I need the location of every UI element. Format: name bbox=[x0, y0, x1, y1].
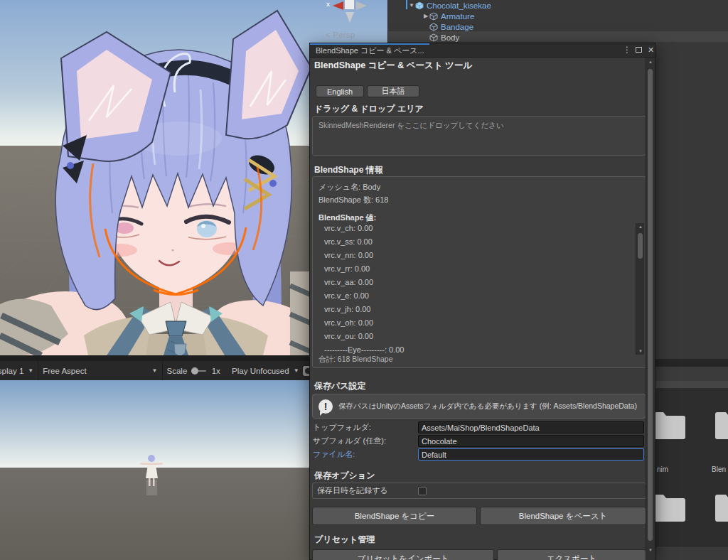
drop-hint-text: SkinnedMeshRenderer をここにドロップしてください bbox=[318, 121, 504, 131]
hierarchy-item-label: Armature bbox=[441, 12, 474, 21]
window-scrollbar[interactable]: ▲ ▼ bbox=[646, 58, 655, 560]
file-name-row: ファイル名: bbox=[313, 448, 644, 461]
display-dropdown[interactable]: Display 1 bbox=[0, 367, 23, 375]
lang-japanese-button[interactable]: 日本語 bbox=[367, 85, 419, 97]
copy-blendshape-button[interactable]: BlendShape をコピー bbox=[312, 507, 477, 525]
folder-label: Blen bbox=[712, 465, 726, 473]
blendshape-tool-window: BlendShape コピー & ペース... ⋮ ✕ BlendShape コ… bbox=[309, 43, 655, 560]
gizmo-cone-right[interactable] bbox=[356, 1, 367, 10]
scroll-up-icon[interactable]: ▲ bbox=[636, 225, 645, 229]
top-folder-row: トップフォルダ: bbox=[313, 421, 644, 434]
play-mode-dropdown[interactable]: Play Unfocused bbox=[232, 367, 289, 375]
aspect-dropdown[interactable]: Free Aspect bbox=[43, 367, 86, 375]
warning-text: 保存パスはUnityのAssetsフォルダ内である必要があります (例: Ass… bbox=[338, 402, 637, 411]
game-view[interactable] bbox=[0, 380, 313, 560]
project-footer-bar bbox=[655, 546, 728, 560]
hierarchy-item-body[interactable]: Body bbox=[388, 32, 728, 43]
export-preset-button[interactable]: エクスポート bbox=[497, 549, 646, 560]
top-folder-input[interactable] bbox=[418, 421, 644, 434]
save-options-section-header: 保存オプション bbox=[314, 470, 375, 482]
scale-label: Scale bbox=[167, 367, 188, 375]
hierarchy-item-label: Bandage bbox=[441, 23, 473, 31]
game-view-toolbar: Display 1 ▼ Free Aspect ▼ Scale 1x Play … bbox=[0, 359, 313, 382]
blendshape-value-row: vrc.v_ou: 0.00 bbox=[324, 330, 630, 343]
maximize-icon[interactable] bbox=[636, 47, 642, 53]
gizmo-cone-down[interactable] bbox=[346, 12, 354, 23]
window-tab-title[interactable]: BlendShape コピー & ペース... bbox=[316, 45, 424, 56]
blendshape-value-row: vrc.v_jh: 0.00 bbox=[324, 303, 630, 316]
hierarchy-item-chocolat-kisekae[interactable]: ▼ Chocolat_kisekae bbox=[388, 0, 728, 11]
blendshape-value-row: vrc.v_ss: 0.00 bbox=[324, 235, 630, 249]
scroll-down-icon[interactable]: ▼ bbox=[636, 349, 645, 353]
file-name-input[interactable] bbox=[418, 448, 644, 461]
blendshape-value-row: vrc.v_oh: 0.00 bbox=[324, 316, 630, 330]
prefab-icon bbox=[415, 1, 424, 10]
hierarchy-item-armature[interactable]: ▶ Armature bbox=[388, 11, 728, 21]
scale-slider[interactable] bbox=[194, 370, 205, 372]
close-icon[interactable]: ✕ bbox=[648, 45, 654, 55]
active-tab-accent bbox=[310, 43, 429, 45]
project-panel: nim Blen bbox=[655, 359, 728, 560]
paste-blendshape-button[interactable]: BlendShape をペースト bbox=[480, 507, 646, 525]
blendshape-value-row: vrc.v_ch: 0.00 bbox=[324, 222, 630, 235]
scale-value: 1x bbox=[212, 367, 220, 375]
scroll-down-icon[interactable]: ▼ bbox=[646, 548, 655, 552]
window-content: BlendShape コピー & ペースト ツール English 日本語 ドラ… bbox=[310, 58, 646, 560]
chevron-down-icon: ▼ bbox=[28, 367, 33, 374]
drop-section-header: ドラッグ & ドロップ エリア bbox=[314, 103, 424, 115]
blendshape-value-row: vrc.v_nn: 0.00 bbox=[324, 249, 630, 262]
gizmo-center-cube[interactable] bbox=[345, 0, 354, 9]
scale-slider-knob[interactable] bbox=[191, 367, 198, 375]
project-folder[interactable] bbox=[714, 492, 728, 522]
foldout-expanded-icon[interactable]: ▼ bbox=[408, 2, 415, 9]
file-name-label: ファイル名: bbox=[313, 449, 418, 460]
window-titlebar[interactable]: BlendShape コピー & ペース... ⋮ ✕ bbox=[310, 43, 655, 58]
total-count-text: 合計: 618 BlendShape bbox=[318, 355, 393, 365]
sub-folder-label: サブフォルダ (任意): bbox=[313, 436, 418, 446]
values-scrollbar[interactable]: ▲ ▼ bbox=[636, 223, 644, 355]
info-section-header: BlendShape 情報 bbox=[314, 164, 383, 176]
project-folder[interactable] bbox=[714, 410, 728, 440]
blendshape-value-row: vrc.v_e: 0.00 bbox=[324, 289, 630, 303]
window-scrollbar-thumb[interactable] bbox=[648, 69, 653, 541]
chevron-down-icon: ▼ bbox=[294, 367, 299, 374]
blendshape-value-row: ---------Eye---------: 0.00 bbox=[324, 343, 630, 354]
values-scrollbar-thumb[interactable] bbox=[638, 233, 643, 259]
preset-section-header: プリセット管理 bbox=[314, 534, 375, 546]
mesh-name-text: メッシュ名: Body bbox=[318, 182, 380, 193]
gameobject-icon bbox=[429, 12, 438, 21]
hierarchy-item-label: Chocolat_kisekae bbox=[427, 1, 491, 10]
project-folder[interactable] bbox=[655, 410, 687, 440]
blendshape-info-box: メッシュ名: Body BlendShape 数: 618 BlendShape… bbox=[312, 176, 646, 368]
record-date-checkbox[interactable] bbox=[418, 487, 427, 495]
save-path-section-header: 保存パス設定 bbox=[314, 380, 366, 392]
folder-label: nim bbox=[657, 465, 668, 473]
gizmo-x-cone[interactable] bbox=[333, 1, 343, 10]
sub-folder-input[interactable] bbox=[418, 435, 644, 447]
blendshape-values-list[interactable]: vrc.v_ch: 0.00vrc.v_ss: 0.00vrc.v_nn: 0.… bbox=[324, 222, 630, 354]
gameobject-icon bbox=[429, 23, 438, 31]
hierarchy-item-bandage[interactable]: Bandage bbox=[388, 21, 728, 32]
top-folder-label: トップフォルダ: bbox=[313, 422, 418, 433]
sub-folder-row: サブフォルダ (任意): bbox=[313, 435, 644, 447]
lang-english-button[interactable]: English bbox=[316, 85, 364, 97]
unity-editor: x < Persp ▼ Chocolat_kisekae ▶ bbox=[0, 0, 728, 560]
project-breadcrumb-bar bbox=[655, 381, 728, 388]
scene-orientation-gizmo[interactable]: x < Persp bbox=[323, 0, 377, 44]
project-toolbar[interactable] bbox=[655, 367, 728, 382]
foldout-collapsed-icon[interactable]: ▶ bbox=[422, 13, 429, 19]
save-path-warning-box: ! 保存パスはUnityのAssetsフォルダ内である必要があります (例: A… bbox=[312, 394, 646, 419]
gizmo-axis-x-label: x bbox=[326, 1, 330, 8]
drag-drop-area[interactable]: SkinnedMeshRenderer をここにドロップしてください bbox=[312, 116, 646, 156]
chevron-down-icon: ▼ bbox=[152, 367, 158, 374]
scroll-up-icon[interactable]: ▲ bbox=[646, 60, 655, 64]
gizmo-persp-label[interactable]: < Persp bbox=[326, 31, 355, 39]
import-preset-button[interactable]: プリセットをインポート bbox=[312, 549, 494, 560]
save-options-box: 保存日時を記録する bbox=[312, 483, 646, 499]
project-folder[interactable] bbox=[655, 492, 687, 522]
gameobject-icon bbox=[429, 33, 438, 42]
blendshape-value-row: vrc.v_rr: 0.00 bbox=[324, 262, 630, 276]
kebab-menu-icon[interactable]: ⋮ bbox=[623, 45, 631, 55]
toolbar-separator bbox=[162, 361, 163, 380]
warning-icon: ! bbox=[318, 399, 333, 414]
